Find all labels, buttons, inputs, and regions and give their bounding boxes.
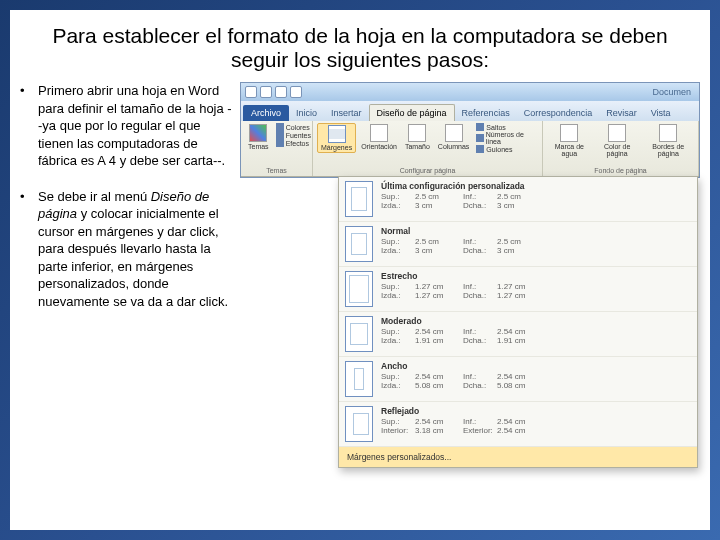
numeros-button[interactable]: Números de línea [474, 131, 538, 145]
margin-thumb-icon [345, 226, 373, 262]
group-label-config: Configurar página [317, 166, 538, 174]
bullet-dot: • [20, 82, 38, 170]
themes-icon [249, 124, 267, 142]
breaks-icon [476, 123, 484, 131]
word-screenshot-container: Documen Archivo Inicio Insertar Diseño d… [240, 82, 700, 329]
columnas-button[interactable]: Columnas [435, 123, 473, 151]
margin-option-moderado[interactable]: Moderado Sup.:2.54 cm Inf.:2.54 cm Izda.… [339, 312, 697, 357]
content-area: • Primero abrir una hoja en Word para de… [10, 82, 710, 329]
redo-icon[interactable] [290, 86, 302, 98]
ribbon: Temas Colores Fuentes Efectos Temas [241, 121, 699, 177]
ribbon-group-temas: Temas Colores Fuentes Efectos Temas [241, 121, 313, 176]
fonts-icon [276, 131, 284, 139]
margin-option-estrecho[interactable]: Estrecho Sup.:1.27 cm Inf.:1.27 cm Izda.… [339, 267, 697, 312]
margin-thumb-icon [345, 361, 373, 397]
linenum-icon [476, 134, 483, 142]
group-label-fondo: Fondo de página [547, 166, 694, 174]
ribbon-tabs: Archivo Inicio Insertar Diseño de página… [241, 101, 699, 121]
margin-thumb-icon [345, 271, 373, 307]
hyphen-icon [476, 145, 484, 153]
orientacion-button[interactable]: Orientación [358, 123, 400, 151]
bullet-list: • Primero abrir una hoja en Word para de… [20, 82, 240, 329]
size-icon [408, 124, 426, 142]
quick-access-toolbar: Documen [241, 83, 699, 101]
tab-revisar[interactable]: Revisar [599, 105, 644, 121]
effects-icon [276, 139, 284, 147]
margin-option-last[interactable]: Última configuración personalizada Sup.:… [339, 177, 697, 222]
orientation-icon [370, 124, 388, 142]
italic-text: Diseño de página [38, 189, 209, 222]
margins-dropdown: Última configuración personalizada Sup.:… [338, 176, 698, 468]
window-title: Documen [652, 87, 695, 97]
ribbon-group-config: Márgenes Orientación Tamaño [313, 121, 543, 176]
tab-insertar[interactable]: Insertar [324, 105, 369, 121]
word-icon[interactable] [245, 86, 257, 98]
bullet-text-1: Primero abrir una hoja en Word para defi… [38, 82, 234, 170]
list-item: • Primero abrir una hoja en Word para de… [20, 82, 234, 170]
tamano-button[interactable]: Tamaño [402, 123, 433, 151]
colors-icon [276, 123, 284, 131]
temas-sublist: Colores Fuentes Efectos [274, 123, 313, 147]
margin-option-ancho[interactable]: Ancho Sup.:2.54 cm Inf.:2.54 cm Izda.:5.… [339, 357, 697, 402]
word-window: Documen Archivo Inicio Insertar Diseño d… [240, 82, 700, 178]
tab-correspondencia[interactable]: Correspondencia [517, 105, 600, 121]
slide: Para establecer el formato de la hoja en… [10, 10, 710, 530]
file-tab[interactable]: Archivo [243, 105, 289, 121]
guiones-button[interactable]: Guiones [474, 145, 538, 153]
saltos-button[interactable]: Saltos [474, 123, 538, 131]
margin-option-normal[interactable]: Normal Sup.:2.5 cm Inf.:2.5 cm Izda.:3 c… [339, 222, 697, 267]
watermark-icon [560, 124, 578, 142]
ribbon-group-fondo: Marca de agua Color de página Bordes de … [543, 121, 699, 176]
tab-diseno-pagina[interactable]: Diseño de página [369, 104, 455, 121]
config-sublist: Saltos Números de línea Guiones [474, 123, 538, 153]
save-icon[interactable] [260, 86, 272, 98]
pagecolor-icon [608, 124, 626, 142]
tab-referencias[interactable]: Referencias [455, 105, 517, 121]
margin-thumb-icon [345, 316, 373, 352]
bordes-button[interactable]: Bordes de página [643, 123, 694, 158]
undo-icon[interactable] [275, 86, 287, 98]
margin-thumb-icon [345, 406, 373, 442]
tab-vista[interactable]: Vista [644, 105, 678, 121]
margins-icon [328, 125, 346, 143]
borders-icon [659, 124, 677, 142]
bullet-text-2: Se debe ir al menú Diseño de página y co… [38, 188, 234, 311]
slide-title: Para establecer el formato de la hoja en… [10, 10, 710, 82]
margenes-button[interactable]: Márgenes [317, 123, 356, 153]
list-item: • Se debe ir al menú Diseño de página y … [20, 188, 234, 311]
marca-agua-button[interactable]: Marca de agua [547, 123, 592, 158]
margin-option-custom[interactable]: Márgenes personalizados... [339, 447, 697, 467]
margin-option-reflejado[interactable]: Reflejado Sup.:2.54 cm Inf.:2.54 cm Inte… [339, 402, 697, 447]
color-pagina-button[interactable]: Color de página [594, 123, 641, 158]
bullet-dot: • [20, 188, 38, 311]
columns-icon [445, 124, 463, 142]
colores-button[interactable]: Colores [274, 123, 313, 131]
margin-thumb-icon [345, 181, 373, 217]
group-label-temas: Temas [245, 166, 308, 174]
fuentes-button[interactable]: Fuentes [274, 131, 313, 139]
temas-button[interactable]: Temas [245, 123, 272, 151]
efectos-button[interactable]: Efectos [274, 139, 313, 147]
tab-inicio[interactable]: Inicio [289, 105, 324, 121]
